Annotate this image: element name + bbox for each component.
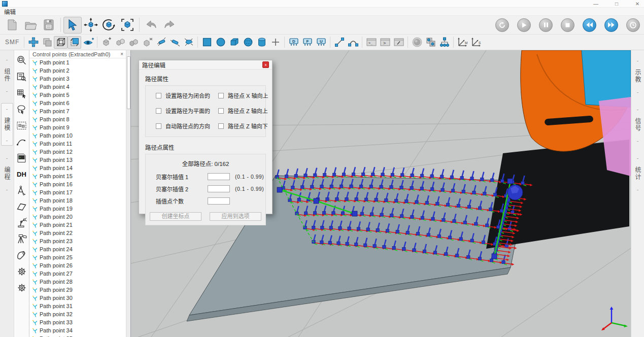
- cube-shape-button[interactable]: [227, 36, 241, 49]
- square-shape-button[interactable]: [200, 36, 214, 49]
- tree-item[interactable]: Path point 18: [29, 196, 130, 205]
- field-input[interactable]: [208, 173, 230, 180]
- tree-item[interactable]: Path point 23: [29, 237, 130, 245]
- checkbox-row[interactable]: 设置路径为平面的: [148, 107, 210, 115]
- grid-model-button[interactable]: [16, 87, 28, 99]
- field-input[interactable]: [208, 197, 230, 205]
- play-button[interactable]: [517, 18, 531, 32]
- tree-item[interactable]: Path point 5: [29, 91, 130, 99]
- create-coordinate-points-button[interactable]: 创建坐标点: [150, 212, 201, 221]
- tree-item[interactable]: Path point 16: [29, 180, 130, 188]
- tree-item[interactable]: Path point 15: [29, 172, 130, 180]
- tree-item[interactable]: Path point 11: [29, 140, 130, 148]
- chip-u-button[interactable]: U: [314, 36, 328, 49]
- tree-item[interactable]: Path point 25: [29, 253, 130, 261]
- checkbox-row[interactable]: 路径点 Z 轴向上: [210, 107, 268, 115]
- tree-item[interactable]: Path point 32: [29, 310, 130, 318]
- circle-shape-button[interactable]: [214, 36, 227, 49]
- restore-button[interactable]: □: [613, 0, 620, 8]
- tree-item[interactable]: Path point 9: [29, 123, 130, 131]
- arc-segment-button[interactable]: [346, 36, 360, 49]
- dialog-title-bar[interactable]: 路径编辑 x: [139, 60, 272, 70]
- move-tool-button[interactable]: [82, 17, 100, 33]
- survey-tripod-button[interactable]: [16, 233, 28, 245]
- chip-f-button[interactable]: F: [300, 36, 314, 49]
- tree-item[interactable]: Path point 27: [29, 269, 130, 278]
- frames-link-button[interactable]: [424, 36, 437, 49]
- tree-item[interactable]: Path point 17: [29, 188, 130, 196]
- tree-item[interactable]: Path point 20: [29, 213, 130, 221]
- terminal-prompt-button[interactable]: >_: [364, 36, 378, 49]
- tab-group-components[interactable]: - 组件 -: [1, 54, 13, 96]
- checkbox[interactable]: [156, 108, 161, 114]
- overlap-squares-button[interactable]: [40, 36, 54, 49]
- curve-point-button[interactable]: [16, 136, 28, 148]
- hierarchy-button[interactable]: [437, 36, 451, 49]
- tab-group-programming[interactable]: - 编程 -: [1, 153, 13, 194]
- tree-item[interactable]: Path point 13: [29, 156, 130, 164]
- tree-item[interactable]: Path point 3: [29, 75, 130, 83]
- terminal-script-button[interactable]: [392, 36, 405, 49]
- cylinder-shape-button[interactable]: [255, 36, 268, 49]
- tab-group-statistics[interactable]: - 统计 -: [632, 153, 644, 194]
- tree-item[interactable]: Path point 8: [29, 115, 130, 123]
- wireframe-view-button[interactable]: [54, 36, 67, 49]
- joint-cross-button[interactable]: [26, 36, 40, 49]
- checkbox-row[interactable]: 路径点 Z 轴向下: [210, 122, 268, 130]
- add-shape-button[interactable]: [268, 36, 282, 49]
- checkbox[interactable]: [218, 108, 224, 114]
- robot-arm-button[interactable]: [16, 217, 28, 229]
- tree-item[interactable]: Path point 33: [29, 318, 130, 326]
- tab-group-teach[interactable]: - 示教 -: [632, 55, 644, 97]
- tree-item[interactable]: Path point 26: [29, 261, 130, 269]
- tree-item[interactable]: Path point 28: [29, 278, 130, 286]
- tree-item[interactable]: Path point 7: [29, 107, 130, 115]
- rotate-tool-button[interactable]: [100, 17, 118, 33]
- axis-m-button[interactable]: M: [456, 36, 469, 49]
- axis-s-button[interactable]: S: [469, 36, 483, 49]
- control-sphere[interactable]: [507, 185, 523, 200]
- panel-close-icon[interactable]: ×: [120, 51, 123, 57]
- checkbox[interactable]: [156, 93, 161, 98]
- group-select-button[interactable]: [16, 119, 28, 131]
- sphere-shape-button[interactable]: [241, 36, 255, 49]
- select-tool-button[interactable]: [63, 17, 82, 33]
- zoom-cube-button[interactable]: [16, 54, 28, 66]
- checkbox[interactable]: [218, 93, 224, 98]
- pause-button[interactable]: [539, 18, 553, 32]
- script-page-button[interactable]: >_: [16, 152, 28, 164]
- tab-group-modeling[interactable]: - 建模 -: [1, 103, 13, 146]
- redo-button[interactable]: [160, 17, 179, 33]
- eye-add-button[interactable]: [81, 36, 95, 49]
- tree-item[interactable]: Path point 14: [29, 164, 130, 172]
- tree-item[interactable]: Path point 34: [29, 326, 130, 334]
- checkbox-row[interactable]: 设置路径为闭合的: [148, 91, 210, 99]
- tree-item[interactable]: Path point 21: [29, 221, 130, 229]
- menu-edit[interactable]: 编辑: [0, 8, 20, 16]
- tree-item[interactable]: Path point 22: [29, 229, 130, 237]
- tree-item[interactable]: Path point 12: [29, 148, 130, 156]
- tree-item[interactable]: Path point 30: [29, 294, 130, 302]
- tree-item[interactable]: Path point 24: [29, 245, 130, 253]
- timer-button[interactable]: [626, 18, 640, 32]
- stop-button[interactable]: [561, 18, 574, 32]
- lasso-select-button[interactable]: [16, 103, 28, 115]
- cube-delete-button[interactable]: [141, 36, 154, 49]
- minimize-button[interactable]: —: [592, 0, 599, 8]
- probe-tool-2-button[interactable]: [168, 36, 182, 49]
- tree-scrollbar-thumb[interactable]: [127, 56, 130, 109]
- terminal-run-button[interactable]: >: [378, 36, 392, 49]
- tree-item[interactable]: Path point 35: [29, 334, 130, 337]
- line-segment-button[interactable]: [332, 36, 346, 49]
- tree-item[interactable]: Path point 29: [29, 286, 130, 294]
- cube-add-button[interactable]: [99, 36, 113, 49]
- field-input[interactable]: [208, 185, 230, 192]
- undo-button[interactable]: [142, 17, 160, 33]
- rewind-button[interactable]: [583, 18, 596, 32]
- dialog-close-button[interactable]: x: [262, 61, 269, 68]
- apply-to-selection-button[interactable]: 应用到选项: [210, 212, 261, 221]
- tree-item[interactable]: Path point 10: [29, 131, 130, 140]
- gear-settings-2-button[interactable]: [16, 282, 28, 294]
- new-file-button[interactable]: [3, 17, 21, 33]
- cube-copy-button[interactable]: [113, 36, 127, 49]
